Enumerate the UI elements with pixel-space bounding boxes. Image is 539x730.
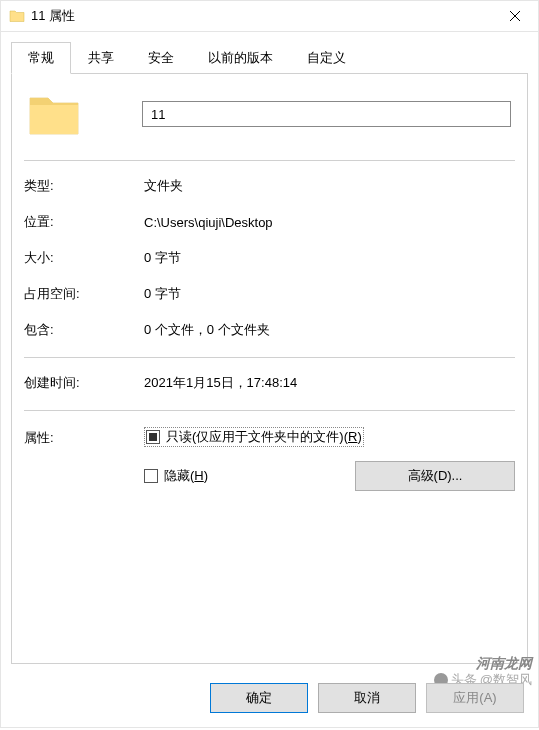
hidden-label: 隐藏(H) xyxy=(164,467,208,485)
readonly-label: 只读(仅应用于文件夹中的文件)(R) xyxy=(166,428,362,446)
cancel-button[interactable]: 取消 xyxy=(318,683,416,713)
size-value: 0 字节 xyxy=(144,249,515,267)
attributes-section: 属性: 只读(仅应用于文件夹中的文件)(R) 隐藏(H) 高级(D)... xyxy=(24,427,515,491)
type-label: 类型: xyxy=(24,177,144,195)
window-title: 11 属性 xyxy=(31,7,492,25)
contains-value: 0 个文件，0 个文件夹 xyxy=(144,321,515,339)
size-ondisk-value: 0 字节 xyxy=(144,285,515,303)
size-label: 大小: xyxy=(24,249,144,267)
hidden-checkbox[interactable] xyxy=(144,469,158,483)
advanced-button[interactable]: 高级(D)... xyxy=(355,461,515,491)
contains-label: 包含: xyxy=(24,321,144,339)
created-value: 2021年1月15日，17:48:14 xyxy=(144,374,515,392)
created-label: 创建时间: xyxy=(24,374,144,392)
row-size-on-disk: 占用空间: 0 字节 xyxy=(24,285,515,303)
location-label: 位置: xyxy=(24,213,144,231)
tab-sharing[interactable]: 共享 xyxy=(71,42,131,74)
readonly-checkbox[interactable] xyxy=(146,430,160,444)
row-size: 大小: 0 字节 xyxy=(24,249,515,267)
type-value: 文件夹 xyxy=(144,177,515,195)
folder-icon xyxy=(9,8,25,24)
row-contains: 包含: 0 个文件，0 个文件夹 xyxy=(24,321,515,339)
divider xyxy=(24,160,515,161)
row-type: 类型: 文件夹 xyxy=(24,177,515,195)
readonly-row: 只读(仅应用于文件夹中的文件)(R) xyxy=(144,427,515,447)
folder-large-icon xyxy=(28,92,80,136)
divider xyxy=(24,410,515,411)
attributes-label: 属性: xyxy=(24,430,54,445)
close-icon xyxy=(509,10,521,22)
tab-previous-versions[interactable]: 以前的版本 xyxy=(191,42,290,74)
dialog-content: 常规 共享 安全 以前的版本 自定义 类型: 文件夹 位置: C:\Users\… xyxy=(0,32,539,728)
divider xyxy=(24,357,515,358)
ok-button[interactable]: 确定 xyxy=(210,683,308,713)
apply-button[interactable]: 应用(A) xyxy=(426,683,524,713)
row-created: 创建时间: 2021年1月15日，17:48:14 xyxy=(24,374,515,392)
tab-general[interactable]: 常规 xyxy=(11,42,71,74)
folder-name-input[interactable] xyxy=(142,101,511,127)
dialog-buttons: 确定 取消 应用(A) xyxy=(210,683,524,713)
location-value: C:\Users\qiuji\Desktop xyxy=(144,215,515,230)
tab-customize[interactable]: 自定义 xyxy=(290,42,363,74)
row-location: 位置: C:\Users\qiuji\Desktop xyxy=(24,213,515,231)
titlebar: 11 属性 xyxy=(0,0,539,32)
name-row xyxy=(24,92,515,136)
close-button[interactable] xyxy=(492,1,538,31)
tab-security[interactable]: 安全 xyxy=(131,42,191,74)
tabstrip: 常规 共享 安全 以前的版本 自定义 xyxy=(11,42,528,74)
size-ondisk-label: 占用空间: xyxy=(24,285,144,303)
tab-content-general: 类型: 文件夹 位置: C:\Users\qiuji\Desktop 大小: 0… xyxy=(11,74,528,664)
